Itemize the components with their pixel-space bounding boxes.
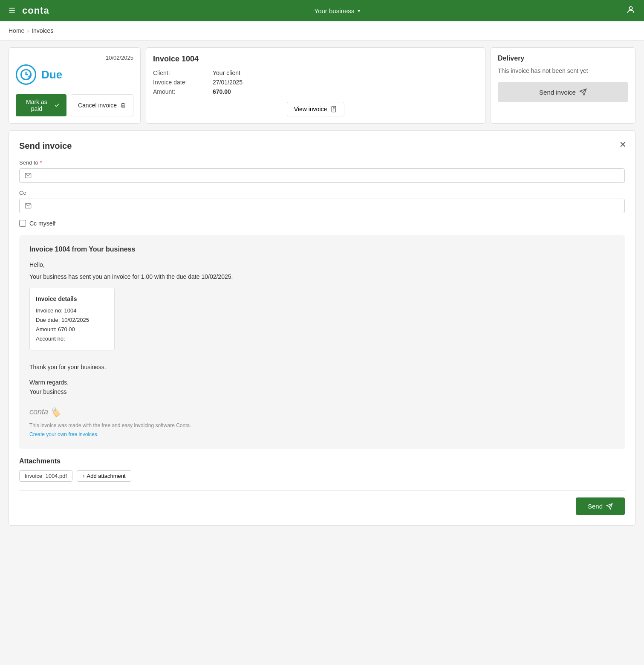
svg-point-0 <box>629 6 632 9</box>
send-to-mail-icon <box>25 172 32 179</box>
dropdown-icon: ▼ <box>357 9 361 13</box>
client-value: Your client <box>213 69 240 76</box>
header: ☰ conta Your business ▼ <box>0 0 644 21</box>
card-actions: Mark as paid Cancel invoice <box>16 94 133 116</box>
send-button[interactable]: Send <box>576 497 625 515</box>
attachments-title: Attachments <box>19 457 625 465</box>
invoice-client-row: Client: Your client <box>153 69 478 76</box>
due-date-value: 10/02/2025 <box>61 317 89 323</box>
breadcrumb-invoices: Invoices <box>32 27 53 34</box>
invoice-due-date: 10/02/2025 <box>16 55 133 61</box>
inv-no-row: Invoice no: 1004 <box>36 306 108 315</box>
invoice-details-box: Invoice details Invoice no: 1004 Due dat… <box>29 288 115 350</box>
invoice-date-value: 27/01/2025 <box>213 79 243 86</box>
trash-icon <box>120 102 126 108</box>
amount-detail-row: Amount: 670.00 <box>36 325 108 334</box>
due-date-row: Due date: 10/02/2025 <box>36 315 108 325</box>
cc-mail-icon <box>25 202 32 209</box>
client-label: Client: <box>153 69 213 76</box>
mark-paid-label: Mark as paid <box>23 98 51 112</box>
amount-detail-value: 670.00 <box>58 326 75 332</box>
conta-footer-logo: conta 🏷️ <box>29 405 615 419</box>
send-button-label: Send <box>588 503 603 510</box>
footer-text: This invoice was made with the free and … <box>29 422 615 429</box>
invoice-card: Invoice 1004 Client: Your client Invoice… <box>146 47 485 124</box>
warm-regards: Warm regards, <box>29 378 615 387</box>
close-button[interactable]: ✕ <box>619 139 627 150</box>
check-icon <box>54 102 60 109</box>
breadcrumb-sep: › <box>27 27 29 34</box>
send-to-label: Send to * <box>19 159 625 166</box>
add-attachment-label: + Add attachment <box>82 473 126 479</box>
email-body: Hello, Your business has sent you an inv… <box>29 260 615 439</box>
add-attachment-button[interactable]: + Add attachment <box>77 470 131 482</box>
send-invoice-title: Send invoice <box>19 141 625 151</box>
cc-group: Cc <box>19 190 625 213</box>
user-menu[interactable] <box>626 5 635 17</box>
thank-you: Thank you for your business. <box>29 362 615 372</box>
business-name: Your business <box>315 7 355 14</box>
delivery-message: This invoice has not been sent yet <box>498 66 628 75</box>
send-icon <box>579 88 587 96</box>
cancel-invoice-label: Cancel invoice <box>78 102 117 109</box>
status-label: Due <box>41 68 62 81</box>
details-title: Invoice details <box>36 294 108 304</box>
amount-value: 670.00 <box>213 88 231 95</box>
send-to-input-wrapper <box>19 168 625 183</box>
status-row: Due <box>16 64 133 85</box>
mark-as-paid-button[interactable]: Mark as paid <box>16 94 66 116</box>
cc-myself-checkbox[interactable] <box>19 220 26 227</box>
breadcrumb-home[interactable]: Home <box>9 27 24 34</box>
attachments-section: Attachments Invoice_1004.pdf + Add attac… <box>19 457 625 482</box>
top-cards: 10/02/2025 Due Mark as paid Cancel invoi… <box>0 40 644 130</box>
attachments-row: Invoice_1004.pdf + Add attachment <box>19 470 625 482</box>
body-text: Your business has sent you an invoice fo… <box>29 272 615 281</box>
send-invoice-label: Send invoice <box>539 89 576 96</box>
email-footer: conta 🏷️ This invoice was made with the … <box>29 405 615 439</box>
account-no-label: Account no: <box>36 335 65 342</box>
due-icon <box>16 64 36 85</box>
amount-detail-label: Amount: <box>36 326 56 332</box>
business-signature: Your business <box>29 387 615 396</box>
amount-label: Amount: <box>153 88 213 95</box>
view-invoice-button[interactable]: View invoice <box>287 102 345 116</box>
email-preview-title: Invoice 1004 from Your business <box>29 246 615 253</box>
account-no-row: Account no: <box>36 334 108 344</box>
greeting: Hello, <box>29 260 615 269</box>
attachment-file: Invoice_1004.pdf <box>19 470 72 482</box>
cc-myself-label: Cc myself <box>29 220 55 227</box>
menu-icon[interactable]: ☰ <box>9 6 15 15</box>
cc-myself-row[interactable]: Cc myself <box>19 220 625 227</box>
invoice-title: Invoice 1004 <box>153 55 478 64</box>
document-icon <box>330 106 337 113</box>
email-preview: Invoice 1004 from Your business Hello, Y… <box>19 235 625 449</box>
invoice-date-label: Invoice date: <box>153 79 213 86</box>
send-invoice-button[interactable]: Send invoice <box>498 82 628 102</box>
invoice-date-row: Invoice date: 27/01/2025 <box>153 79 478 86</box>
cancel-invoice-button[interactable]: Cancel invoice <box>71 94 133 116</box>
view-invoice-label: View invoice <box>294 106 327 113</box>
invoice-amount-row: Amount: 670.00 <box>153 88 478 95</box>
user-icon <box>626 5 635 14</box>
invoice-fields: Client: Your client Invoice date: 27/01/… <box>153 69 478 95</box>
cc-input[interactable] <box>35 202 619 209</box>
breadcrumb: Home › Invoices <box>0 21 644 40</box>
business-selector[interactable]: Your business ▼ <box>315 7 361 14</box>
status-card: 10/02/2025 Due Mark as paid Cancel invoi… <box>9 47 141 124</box>
send-to-group: Send to * <box>19 159 625 183</box>
send-row: Send <box>19 490 625 515</box>
delivery-card: Delivery This invoice has not been sent … <box>491 47 635 124</box>
due-date-label: Due date: <box>36 317 60 323</box>
send-button-icon <box>606 503 613 510</box>
send-to-input[interactable] <box>35 172 619 179</box>
delivery-title: Delivery <box>498 55 628 62</box>
footer-link[interactable]: Create your own free invoices. <box>29 431 98 437</box>
send-invoice-panel: Send invoice ✕ Send to * Cc Cc myself In… <box>9 130 635 526</box>
header-left: ☰ conta <box>9 5 49 16</box>
inv-no-value: 1004 <box>64 307 77 314</box>
logo: conta <box>22 5 49 16</box>
clock-icon <box>20 69 32 81</box>
cc-label: Cc <box>19 190 625 196</box>
cc-input-wrapper <box>19 199 625 213</box>
inv-no-label: Invoice no: <box>36 307 63 314</box>
